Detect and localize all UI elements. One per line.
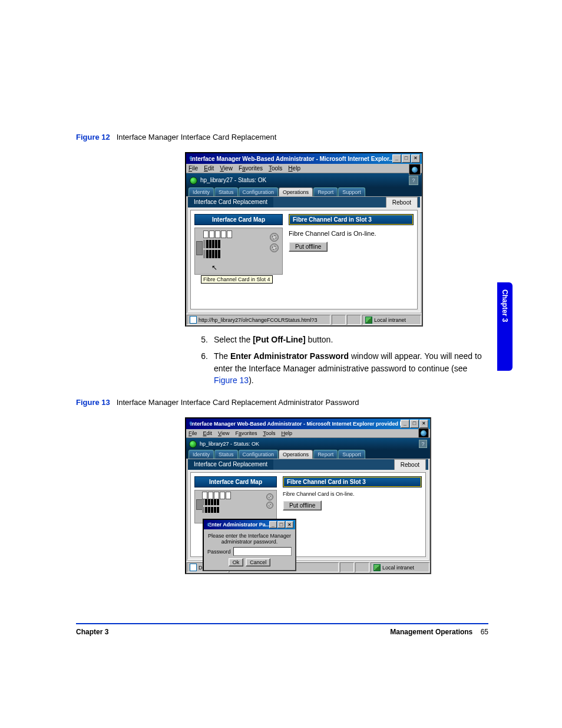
menu-help[interactable]: Help bbox=[288, 165, 300, 172]
browser-window-1: Interface Manager Web-Based Administrato… bbox=[185, 152, 423, 327]
cursor-icon: ↖ bbox=[211, 263, 217, 272]
window-buttons: _ □ × bbox=[392, 154, 420, 163]
put-offline-button[interactable]: Put offline bbox=[283, 500, 322, 510]
map-header: Interface Card Map bbox=[194, 214, 283, 225]
menu-view[interactable]: View bbox=[220, 165, 233, 172]
content-area: Interface Card Replacement Reboot Interf… bbox=[187, 459, 429, 560]
detail-header: Fibre Channel Card in Slot 3 bbox=[283, 476, 422, 487]
menu-help[interactable]: Help bbox=[281, 430, 292, 436]
tab-status[interactable]: Status bbox=[214, 450, 238, 459]
subtab-reboot[interactable]: Reboot bbox=[394, 459, 426, 470]
menubar: File Edit View Favorites Tools Help bbox=[186, 429, 430, 438]
throbber-icon bbox=[409, 164, 421, 175]
tab-report[interactable]: Report bbox=[313, 187, 338, 196]
app-status-text: hp_library27 - Status: OK bbox=[200, 441, 259, 447]
menu-file[interactable]: File bbox=[189, 430, 197, 436]
tab-identity[interactable]: Identity bbox=[189, 450, 214, 459]
dialog-close[interactable]: × bbox=[286, 521, 293, 528]
content-area: Interface Card Replacement Reboot Interf… bbox=[187, 196, 421, 312]
menu-edit[interactable]: Edit bbox=[204, 165, 214, 172]
figure-13-label: Figure 13 bbox=[76, 398, 110, 407]
figure-12-text: Interface Manager Interface Card Replace… bbox=[117, 133, 277, 141]
tab-identity[interactable]: Identity bbox=[189, 187, 214, 196]
menu-file[interactable]: FFileile bbox=[189, 165, 198, 172]
tabs-row: Identity Status Configuration Operations… bbox=[186, 187, 422, 196]
subtab-reboot[interactable]: Reboot bbox=[386, 197, 418, 207]
status-led-icon bbox=[190, 177, 197, 185]
tab-status[interactable]: Status bbox=[214, 187, 238, 196]
password-field[interactable] bbox=[233, 547, 292, 556]
menu-tools[interactable]: Tools bbox=[263, 430, 275, 436]
maximize-button[interactable]: □ bbox=[410, 420, 419, 428]
figure-12-label: Figure 12 bbox=[76, 133, 110, 141]
app-header: hp_library27 - Status: OK ? bbox=[186, 173, 422, 187]
status-text: Fibre Channel Card is On-line. bbox=[283, 491, 422, 497]
page-icon bbox=[190, 564, 197, 571]
throbber-icon bbox=[418, 428, 429, 438]
page-icon bbox=[190, 316, 197, 324]
status-text: Fibre Channel Card is On-line. bbox=[289, 230, 414, 237]
map-tooltip: Fibre Channel Card in Slot 4 bbox=[201, 275, 273, 284]
titlebar: Interface Manager Web-Based Administrato… bbox=[186, 419, 430, 429]
map-header: Interface Card Map bbox=[194, 476, 277, 487]
dialog-maximize[interactable]: □ bbox=[277, 521, 285, 528]
detail-column: Fibre Channel Card in Slot 3 Fibre Chann… bbox=[283, 476, 422, 553]
menu-view[interactable]: View bbox=[218, 430, 229, 436]
tab-operations[interactable]: Operations bbox=[279, 450, 313, 459]
put-offline-button[interactable]: Put offline bbox=[289, 242, 328, 252]
tab-operations[interactable]: Operations bbox=[279, 187, 313, 196]
tab-configuration[interactable]: Configuration bbox=[239, 450, 279, 459]
dialog-message: Please enter the Interface Manager admin… bbox=[207, 533, 292, 545]
dialog-ok-button[interactable]: Ok bbox=[229, 558, 244, 566]
tab-support[interactable]: Support bbox=[338, 187, 365, 196]
status-bar: http://hp_library27/olrChangeFCOLRStatus… bbox=[186, 314, 422, 325]
app-status-text: hp_library27 - Status: OK bbox=[200, 177, 266, 183]
menu-edit[interactable]: Edit bbox=[203, 430, 213, 436]
minimize-button[interactable]: _ bbox=[401, 420, 409, 428]
detail-column: Fibre Channel Card in Slot 3 Fibre Chann… bbox=[289, 214, 414, 305]
status-zone: Local intranet bbox=[382, 565, 414, 571]
window-title: Interface Manager Web-Based Administrato… bbox=[190, 156, 392, 162]
minimize-button[interactable]: _ bbox=[392, 154, 401, 163]
dialog-title: Enter Administrator Pa... bbox=[208, 522, 269, 528]
tabs-row: Identity Status Configuration Operations… bbox=[186, 450, 430, 459]
step-5: 5. Select the [Put Off-Line] button. bbox=[194, 334, 488, 345]
password-dialog: Enter Administrator Pa... _ □ × Please e… bbox=[203, 519, 296, 571]
help-icon[interactable]: ? bbox=[419, 440, 427, 448]
help-icon[interactable]: ? bbox=[409, 176, 418, 185]
tab-configuration[interactable]: Configuration bbox=[239, 187, 279, 196]
close-button[interactable]: × bbox=[419, 420, 428, 428]
footer-right: Management Operations 65 bbox=[390, 628, 488, 636]
step-list: 5. Select the [Put Off-Line] button. 6. … bbox=[194, 334, 488, 386]
map-column: Interface Card Map ↖ Fibre Channel Card … bbox=[194, 214, 283, 305]
maximize-button[interactable]: □ bbox=[402, 154, 411, 163]
subtab-interface-card-replacement[interactable]: Interface Card Replacement bbox=[188, 459, 273, 470]
window-title: Interface Manager Web-Based Administrato… bbox=[190, 421, 401, 427]
figure-12-caption: Figure 12 Interface Manager Interface Ca… bbox=[76, 133, 488, 141]
interface-card-map[interactable]: ↖ Fibre Channel Card in Slot 4 bbox=[194, 228, 283, 275]
figure-13-link[interactable]: Figure 13 bbox=[214, 375, 249, 385]
step-6: 6. The Enter Administrator Password wind… bbox=[194, 350, 488, 386]
gear-icon-1 bbox=[270, 233, 279, 242]
figure-13-caption: Figure 13 Interface Manager Interface Ca… bbox=[76, 398, 488, 407]
status-zone: Local intranet bbox=[374, 317, 406, 323]
menu-favorites[interactable]: Favorites bbox=[239, 165, 263, 172]
close-button[interactable]: × bbox=[411, 154, 420, 163]
tab-report[interactable]: Report bbox=[313, 450, 338, 459]
detail-header: Fibre Channel Card in Slot 3 bbox=[289, 214, 414, 225]
menu-favorites[interactable]: Favorites bbox=[235, 430, 257, 436]
password-label: Password bbox=[207, 549, 231, 555]
zone-icon bbox=[365, 317, 372, 324]
subtab-interface-card-replacement[interactable]: Interface Card Replacement bbox=[188, 197, 273, 207]
dialog-cancel-button[interactable]: Cancel bbox=[246, 558, 270, 566]
menubar: FFileile Edit View Favorites Tools Help bbox=[186, 164, 422, 173]
dialog-minimize[interactable]: _ bbox=[269, 521, 277, 528]
menu-tools[interactable]: Tools bbox=[269, 165, 282, 172]
footer-left: Chapter 3 bbox=[76, 628, 108, 636]
status-led-icon bbox=[189, 440, 197, 448]
zone-icon bbox=[373, 564, 381, 571]
tab-support[interactable]: Support bbox=[338, 450, 365, 459]
gear-icon-1 bbox=[266, 493, 273, 500]
app-header: hp_library27 - Status: OK ? bbox=[186, 438, 430, 450]
browser-window-2: Interface Manager Web-Based Administrato… bbox=[185, 417, 431, 574]
